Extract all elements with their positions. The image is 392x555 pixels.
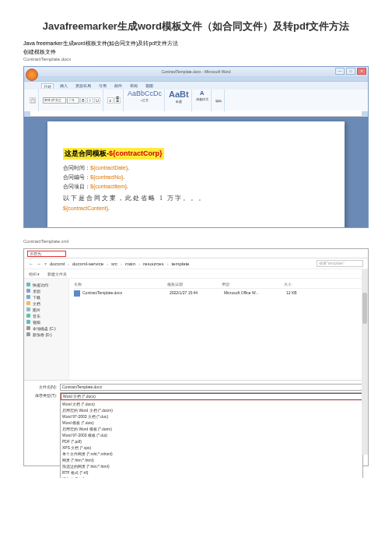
underline-button[interactable]: U [94,97,100,104]
paste-button[interactable]: 📋 [30,97,36,104]
type-opt[interactable]: Word 97-2003 文档 (*.doc) [61,413,362,420]
filetype-selected[interactable]: Word 文档 (*.docx) [61,393,362,400]
side-download[interactable]: 下载 [26,294,66,300]
type-opt[interactable]: 单个文件网页 (*.mht;*.mhtml) [61,451,362,457]
path-seg-0[interactable]: docxml [50,262,65,266]
nav-fwd-icon[interactable]: → [37,262,41,266]
doc-line-1: 合同时间：${contractDate}. [63,164,329,172]
style-label-1: +正文 [141,98,149,102]
path-seg-4[interactable]: resources [143,262,163,266]
word-title-text: ContractTemplate.docx - Microsoft Word [161,69,230,74]
office-button[interactable] [26,68,38,81]
side-newvol[interactable]: 新加卷 (D:) [26,332,66,338]
side-docs[interactable]: 文档 [26,300,66,307]
path-seg-5[interactable]: template [171,262,189,266]
filetype-label: 保存类型(T): [29,392,60,398]
side-images[interactable]: 图片 [26,307,66,313]
style-label-2: 标题 [176,100,182,104]
subtitle-2: 创建模板文件 [23,48,369,56]
type-opt[interactable]: 启用宏的 Word 文档 (*.docm) [61,407,362,413]
font-select[interactable]: 宋体 (中文正 [43,97,66,104]
file-date: 2022/1/27 15:44 [170,290,224,297]
save-file-list: 名称 修改日期 类型 大小 ContractTemplate.docx 2022… [69,279,368,380]
path-seg-2[interactable]: src [111,262,117,266]
scrollbar-thumb[interactable] [362,293,367,324]
filename-2: ContractTemplate.xml [23,239,369,244]
file-row[interactable]: ContractTemplate.docx 2022/1/27 15:44 Mi… [74,289,363,298]
doc-line-2: 合同编号：${contractNo}. [63,174,329,181]
organize-menu[interactable]: 组织 ▾ [29,272,40,276]
change-styles-label: 调整样式 [196,97,208,101]
maximize-button[interactable]: □ [346,68,355,75]
filetype-options: Word 文档 (*.docx) 启用宏的 Word 文档 (*.docm) W… [61,400,362,478]
type-opt[interactable]: XPS 文档 (*.xps) [61,444,362,451]
align-button[interactable]: ≣ [114,97,121,104]
type-opt[interactable]: Word 模板 (*.dotx) [61,420,362,426]
save-sidebar: 快速访问 桌面 下载 文档 图片 音乐 视频 本地磁盘 (C:) 新加卷 (D:… [24,279,69,380]
type-opt[interactable]: Word 97-2003 模板 (*.dot) [61,432,362,438]
type-opt[interactable]: PDF (*.pdf) [61,438,362,444]
tab-view[interactable]: 视图 [144,83,155,88]
tab-review[interactable]: 审阅 [128,83,139,88]
tab-insert[interactable]: 插入 [58,83,69,88]
change-styles-icon[interactable]: A [200,90,205,97]
new-folder-button[interactable]: 新建文件夹 [47,272,67,276]
col-date[interactable]: 修改日期 [167,282,222,286]
file-size: 12 KB [286,290,363,297]
word-file-icon [74,290,80,297]
filename-input[interactable]: ContractTemplate.docx [60,384,363,391]
doc-content: ${contractContent}. [63,205,329,212]
close-button[interactable]: × [357,68,366,75]
type-opt[interactable]: 筛选过的网页 (*.htm;*.html) [61,463,362,469]
save-titlebar: 另存为 [24,249,368,258]
save-breadcrumb[interactable]: ← → ▾ docxml› docxml-service› src› main›… [24,258,368,269]
tab-mail[interactable]: 邮件 [113,83,124,88]
ribbon-tabs: 开始 插入 页面布局 引用 邮件 审阅 视图 [24,82,368,90]
side-quick[interactable]: 快速访问 [26,282,66,288]
search-input[interactable]: 搜索"template" [317,260,363,267]
filetype-dropdown[interactable]: Word 文档 (*.docx) Word 文档 (*.docx) 启用宏的 W… [60,392,363,478]
minimize-button[interactable]: — [335,68,345,75]
scrollbar[interactable] [362,269,368,455]
tab-ref[interactable]: 引用 [97,83,108,88]
ribbon: 开始 插入 页面布局 引用 邮件 审阅 视图 📋 宋体 (中文正 二号 B I … [24,81,368,111]
filename-1: ContractTemplate.docx [23,57,369,61]
style-preview-2[interactable]: AaBt [169,90,189,99]
side-localdisk[interactable]: 本地磁盘 (C:) [26,325,66,332]
italic-button[interactable]: I [87,97,93,104]
nav-back-icon[interactable]: ← [29,262,33,266]
side-music[interactable]: 音乐 [26,313,66,319]
filename-label: 文件名(N): [29,384,60,389]
save-legend: 另存为 [27,251,66,257]
bold-button[interactable]: B [80,97,86,104]
col-name[interactable]: 名称 [74,282,167,286]
ruler [30,111,362,117]
type-opt[interactable]: 网页 (*.htm;*.html) [61,457,362,463]
subtitle-1: Java freemarker生成word模板文件(如合同文件)及转pdf文件方… [23,40,369,47]
tab-layout[interactable]: 页面布局 [74,83,93,88]
word-window: ContractTemplate.docx - Microsoft Word —… [23,66,369,228]
side-desktop[interactable]: 桌面 [26,288,66,294]
ribbon-toolbar: 📋 宋体 (中文正 二号 B I U ≡ ≣ AaBbCcDc +正文 AaBt… [24,90,368,111]
edit-menu[interactable]: 编辑 [215,99,222,103]
path-seg-3[interactable]: main [125,262,135,266]
word-titlebar: ContractTemplate.docx - Microsoft Word —… [24,67,368,76]
col-type[interactable]: 类型 [222,282,284,286]
file-name: ContractTemplate.docx [82,290,170,297]
type-opt[interactable]: Word 文档 (*.docx) [61,401,362,407]
style-preview-1[interactable]: AaBbCcDc [128,90,162,97]
size-select[interactable]: 二号 [67,97,79,104]
page-title: Javafreemarker生成word模板文件（如合同文件）及转pdf文件方法 [23,19,369,33]
file-type: Microsoft Office W... [224,290,286,297]
path-seg-1[interactable]: docxml-service [72,262,103,266]
save-toolbar: 组织 ▾ 新建文件夹 [24,269,368,279]
type-opt[interactable]: 启用宏的 Word 模板 (*.dotm) [61,426,362,432]
type-opt[interactable]: 纯文本 (*.txt) [61,476,362,478]
col-size[interactable]: 大小 [284,282,363,286]
type-opt[interactable]: RTF 格式 (*.rtf) [61,469,362,476]
list-button[interactable]: ≡ [107,97,114,104]
save-as-dialog: 另存为 ← → ▾ docxml› docxml-service› src› m… [23,248,369,466]
doc-line-3: 合同项目：${contractItem}. [63,183,329,191]
tab-home[interactable]: 开始 [41,83,54,89]
side-videos[interactable]: 视频 [26,319,66,325]
